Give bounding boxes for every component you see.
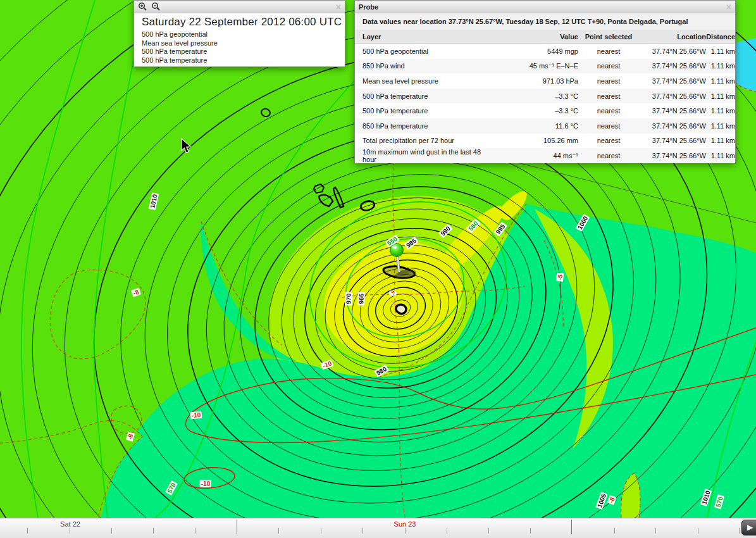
timeline-tick <box>27 528 28 534</box>
cell-point-selected: nearest <box>581 122 636 130</box>
close-icon[interactable]: × <box>336 3 341 11</box>
probe-table-row: 500 hPa temperature –3.3 °C nearest 37.7… <box>355 89 735 104</box>
cell-value: 5449 mgp <box>497 47 581 55</box>
pin-highlight <box>392 246 397 249</box>
probe-panel-titlebar[interactable]: Probe × <box>355 1 735 13</box>
cell-point-selected: nearest <box>581 152 636 160</box>
probe-table-row: Total precipitation per 72 hour 105.26 m… <box>355 134 735 149</box>
timeline-day-label: Sun 23 <box>394 520 416 528</box>
timeline-tick <box>739 528 740 534</box>
cell-location: 37.74°N 25.66°W <box>636 62 706 70</box>
cell-layer: Total precipitation per 72 hour <box>363 137 497 144</box>
cell-location: 37.74°N 25.66°W <box>636 122 706 130</box>
timeline-tick <box>70 528 70 534</box>
zoom-in-icon[interactable] <box>138 2 147 11</box>
cell-location: 37.74°N 25.66°W <box>636 92 706 100</box>
column-header-point-selected: Point selected <box>581 33 636 41</box>
timeline-day-divider <box>571 520 572 534</box>
probe-table-row: 850 hPa temperature 11.6 °C nearest 37.7… <box>355 118 735 134</box>
cell-value: 971.03 hPa <box>497 77 581 85</box>
cell-distance: 1.11 km <box>706 77 735 85</box>
cell-point-selected: nearest <box>581 47 636 55</box>
timeline-day-label: Sat 22 <box>60 520 80 528</box>
timeline-tick <box>614 528 615 534</box>
probe-table-header: Layer Value Point selected Location Dist… <box>355 30 735 44</box>
cell-point-selected: nearest <box>581 62 636 70</box>
probe-table-row: 850 hPa wind 45 ms⁻¹ E–N–E nearest 37.74… <box>355 59 735 74</box>
timeline-tick <box>153 528 154 534</box>
datetime-panel-body: Saturday 22 September 2012 06:00 UTC 500… <box>134 13 345 65</box>
timeline-tick <box>530 528 531 534</box>
cell-value: 45 ms⁻¹ E–N–E <box>497 62 581 70</box>
cell-location: 37.74°N 25.66°W <box>636 137 706 144</box>
layer-name: Mean sea level pressure <box>142 39 345 48</box>
timeline-tick <box>655 528 656 534</box>
probe-table-row: Mean sea level pressure 971.03 hPa neare… <box>355 73 735 89</box>
timeline-tick <box>488 528 489 534</box>
timeline-scrubber[interactable]: Sat 22Sun 23 ▶ <box>0 518 756 538</box>
probe-panel-title: Probe <box>359 3 378 11</box>
cell-layer: 500 hPa temperature <box>363 92 497 100</box>
column-header-location: Location <box>636 33 706 41</box>
timeline-tick <box>111 528 112 534</box>
cell-distance: 1.11 km <box>706 137 735 144</box>
cell-distance: 1.11 km <box>706 122 735 130</box>
cell-layer: 850 hPa wind <box>363 62 497 70</box>
probe-table-row: 10m maximum wind gust in the last 48 hou… <box>355 148 735 163</box>
cell-distance: 1.11 km <box>706 47 735 55</box>
layer-name: 500 hPa temperature <box>142 56 345 65</box>
cell-distance: 1.11 km <box>706 92 735 100</box>
cell-location: 37.74°N 25.66°W <box>636 77 706 85</box>
cell-point-selected: nearest <box>581 137 636 144</box>
cell-value: –3.3 °C <box>497 92 581 100</box>
layer-name: 500 hPa geopotential <box>142 30 345 39</box>
cell-point-selected: nearest <box>581 107 636 115</box>
cell-point-selected: nearest <box>581 77 636 85</box>
probe-table-row: 500 hPa geopotential 5449 mgp nearest 37… <box>355 44 735 59</box>
map-fill-cyan-patch <box>734 38 756 92</box>
layer-name: 500 hPa temperature <box>142 47 345 56</box>
probe-panel: Probe × Data values near location 37.73°… <box>354 0 736 163</box>
cell-point-selected: nearest <box>581 92 636 100</box>
cell-value: 44 ms⁻¹ <box>497 152 581 160</box>
cell-layer: 500 hPa temperature <box>363 107 497 115</box>
zoom-out-icon[interactable] <box>151 2 161 11</box>
timeline-tick <box>363 528 363 534</box>
cell-layer: 10m maximum wind gust in the last 48 hou… <box>363 148 497 163</box>
column-header-layer: Layer <box>363 33 497 41</box>
island-santa-maria <box>396 304 406 313</box>
cell-location: 37.74°N 25.66°W <box>636 107 706 115</box>
timeline-tick <box>447 528 447 534</box>
timeline-tick <box>278 528 279 534</box>
cell-layer: 500 hPa geopotential <box>363 47 497 55</box>
pin-head <box>390 244 404 257</box>
cell-value: 11.6 °C <box>497 122 581 130</box>
column-header-distance: Distance <box>706 33 735 41</box>
datetime-title: Saturday 22 September 2012 06:00 UTC <box>142 16 345 28</box>
timeline-tick <box>405 528 406 534</box>
cell-value: –3.3 °C <box>497 107 581 115</box>
probe-subtitle: Data values near location 37.73°N 25.67°… <box>355 13 735 30</box>
cell-distance: 1.11 km <box>706 152 735 160</box>
cell-location: 37.74°N 25.66°W <box>636 152 706 160</box>
timeline-tick <box>195 528 195 534</box>
datetime-panel: × Saturday 22 September 2012 06:00 UTC 5… <box>133 0 345 67</box>
probe-table-body: 500 hPa geopotential 5449 mgp nearest 37… <box>355 44 735 163</box>
timeline-tick <box>321 528 321 534</box>
cell-distance: 1.11 km <box>706 62 735 70</box>
timeline-tick <box>698 528 698 534</box>
timeline-day-divider <box>237 520 237 534</box>
close-icon[interactable]: × <box>726 3 731 11</box>
cell-layer: Mean sea level pressure <box>363 77 497 85</box>
cell-distance: 1.11 km <box>706 107 735 115</box>
app-window: 1010100099599098597096598010051010550560… <box>0 0 756 538</box>
probe-table-row: 500 hPa temperature –3.3 °C nearest 37.7… <box>355 103 735 118</box>
datetime-panel-titlebar[interactable]: × <box>134 1 345 13</box>
cell-location: 37.74°N 25.66°W <box>636 47 706 55</box>
cell-layer: 850 hPa temperature <box>363 122 497 130</box>
play-button[interactable]: ▶ <box>741 520 756 535</box>
column-header-value: Value <box>497 33 581 41</box>
cell-value: 105.26 mm <box>497 137 581 144</box>
